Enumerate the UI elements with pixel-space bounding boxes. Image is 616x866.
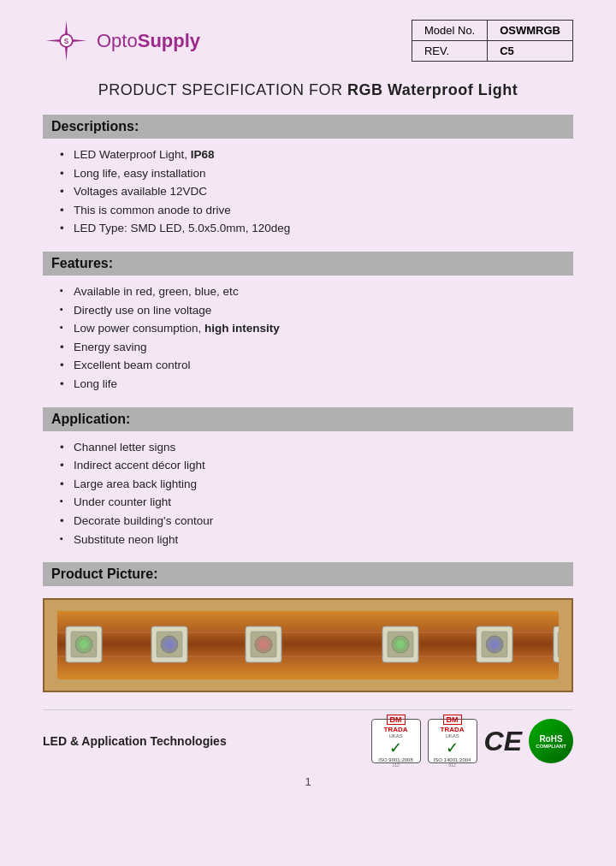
model-value: OSWMRGB [488,21,573,41]
list-item: Decorate building's contour [60,512,573,531]
main-title: PRODUCT SPECIFICATION FOR RGB Waterproof… [43,81,573,99]
pcb-svg [57,611,558,678]
list-item: Long life, easy installation [60,164,573,183]
iso14001-cert: BM TRADA UKAS ✓ ISO 14001:2004 012 [428,719,477,763]
features-list: Available in red, green, blue, etc Direc… [43,282,573,394]
list-item: Under counter light [60,493,573,512]
product-picture-heading: Product Picture: [43,562,573,586]
product-image [43,598,573,692]
svg-point-28 [259,640,268,649]
rev-label: REV. [412,41,487,62]
application-list: Channel letter signs Indirect accent déc… [43,438,573,549]
svg-point-32 [396,640,405,649]
footer-company-text: LED & Application Technologies [43,734,227,748]
ce-mark: CE [484,726,522,757]
logo-text: OptoSupply [97,30,200,52]
list-item: Available in red, green, blue, etc [60,282,573,301]
page: S OptoSupply Model No. OSWMRGB REV. C5 P… [0,0,616,866]
model-table: Model No. OSWMRGB REV. C5 [412,20,573,62]
logo-area: S OptoSupply [43,17,200,64]
title-prefix: PRODUCT SPECIFICATION FOR [98,81,347,98]
list-item: LED Type: SMD LED, 5.0x5.0mm, 120deg [60,219,573,238]
list-item: Energy saving [60,338,573,357]
svg-point-24 [165,640,174,649]
application-section: Application: Channel letter signs Indire… [43,407,573,549]
descriptions-heading: Descriptions: [43,115,573,139]
list-item: Indirect accent décor light [60,456,573,475]
list-item: Large area back lighting [60,475,573,494]
svg-point-20 [80,640,88,649]
features-heading: Features: [43,252,573,276]
list-item: Long life [60,375,573,394]
header: S OptoSupply Model No. OSWMRGB REV. C5 [43,17,573,64]
model-label: Model No. [412,21,487,41]
descriptions-section: Descriptions: LED Waterproof Light, IP68… [43,115,573,238]
list-item: Channel letter signs [60,438,573,457]
rev-value: C5 [488,41,573,62]
list-item: Directly use on line voltage [60,301,573,320]
footer: LED & Application Technologies BM TRADA … [43,709,573,763]
features-section: Features: Available in red, green, blue,… [43,252,573,394]
list-item: Excellent beam control [60,356,573,375]
list-item: This is common anode to drive [60,201,573,220]
led-strip [57,611,558,679]
iso9001-cert: BM TRADA UKAS ✓ ISO 9001:2008 112 [371,719,421,763]
title-bold: RGB Waterproof Light [347,81,518,98]
application-heading: Application: [43,407,573,431]
product-picture-section: Product Picture: [43,562,573,692]
footer-certs: BM TRADA UKAS ✓ ISO 9001:2008 112 BM TRA… [371,719,573,763]
svg-point-36 [490,640,499,649]
descriptions-list: LED Waterproof Light, IP68 Long life, ea… [43,145,573,238]
list-item: Voltages available 12VDC [60,182,573,201]
svg-text:S: S [64,38,69,45]
list-item: Substitute neon light [60,531,573,549]
logo-icon: S [43,17,90,64]
list-item: LED Waterproof Light, IP68 [60,145,573,164]
rohs-badge: RoHS COMPLIANT [529,719,573,763]
svg-rect-37 [554,626,558,662]
page-number: 1 [43,775,573,788]
list-item: Low power consumption, high intensity [60,319,573,338]
